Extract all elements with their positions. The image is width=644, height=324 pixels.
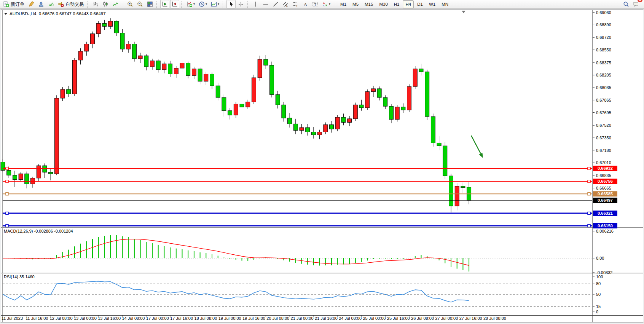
svg-text:0.66756: 0.66756	[598, 179, 613, 184]
vertical-line-button[interactable]	[251, 0, 260, 8]
svg-text:11 Jul 16:00: 11 Jul 16:00	[26, 316, 48, 321]
periods-button[interactable]: ▾	[197, 0, 209, 8]
line-handle[interactable]	[588, 193, 590, 195]
zoom-out-button[interactable]	[135, 0, 145, 8]
trendline-icon	[273, 1, 279, 7]
candle	[461, 186, 465, 188]
candle	[168, 64, 172, 74]
svg-text:21 Jul 00:00: 21 Jul 00:00	[291, 316, 314, 321]
svg-text:0.68890: 0.68890	[596, 22, 611, 27]
channel-button[interactable]: E	[281, 0, 290, 8]
candle	[180, 63, 184, 68]
svg-text:A: A	[304, 2, 308, 7]
svg-text:0.67865: 0.67865	[596, 98, 611, 102]
candle	[330, 124, 334, 129]
text-button[interactable]: A	[301, 0, 310, 8]
horizontal-line-button[interactable]	[261, 0, 270, 8]
trendline-button[interactable]	[271, 0, 280, 8]
bar-chart-button[interactable]	[91, 0, 100, 8]
timeframe-button-m30[interactable]: M30	[376, 0, 390, 8]
line-handle[interactable]	[6, 224, 8, 227]
candle	[425, 72, 429, 117]
timeframe-button-m1[interactable]: M1	[338, 0, 349, 8]
line-handle[interactable]	[6, 167, 8, 170]
zoom-out-icon	[137, 1, 143, 7]
search-button[interactable]	[622, 0, 631, 8]
svg-text:19 Jul 00:00: 19 Jul 00:00	[218, 316, 241, 321]
candle	[293, 124, 298, 130]
indicators-button[interactable]: ▾	[185, 0, 196, 8]
toolbar-separator	[223, 1, 225, 8]
arrows-button[interactable]: ▾	[320, 0, 332, 8]
new-order-button[interactable]: 新订单	[2, 0, 26, 8]
search-icon	[623, 1, 629, 7]
chart-title: AUDUSD-,H4 0.66676 0.66747 0.66443 0.664…	[4, 11, 106, 16]
svg-text:19 Jul 16:00: 19 Jul 16:00	[242, 316, 265, 321]
line-handle[interactable]	[588, 212, 590, 215]
new-order-icon	[3, 1, 9, 7]
tile-windows-button[interactable]	[145, 0, 155, 8]
auto-scroll-button[interactable]	[160, 0, 169, 8]
chart-menu-arrow-icon[interactable]	[4, 13, 7, 15]
candle	[43, 166, 47, 172]
line-handle[interactable]	[588, 224, 590, 227]
signals-button[interactable]	[46, 0, 56, 8]
svg-text:0.66150: 0.66150	[598, 223, 613, 228]
line-handle[interactable]	[6, 180, 8, 183]
timeframe-button-w1[interactable]: W1	[426, 0, 438, 8]
price-chart[interactable]: 0.690600.688900.687200.685500.683750.682…	[0, 0, 644, 324]
svg-text:24 Jul 08:00: 24 Jul 08:00	[339, 316, 362, 321]
timeframe-button-d1[interactable]: D1	[414, 0, 426, 8]
timeframe-button-m15[interactable]: M15	[362, 0, 376, 8]
candle	[228, 111, 232, 115]
chat-button[interactable]: 1	[631, 0, 641, 8]
cursor-icon	[228, 1, 234, 7]
candle	[102, 24, 107, 27]
svg-text:0.67180: 0.67180	[596, 148, 611, 153]
fibo-icon: F	[292, 1, 298, 7]
timeframe-button-m5[interactable]: M5	[350, 0, 361, 8]
svg-text:17 Jul 00:00: 17 Jul 00:00	[146, 316, 169, 321]
candle	[7, 171, 11, 176]
timeframe-button-mn[interactable]: MN	[439, 0, 451, 8]
candle	[198, 69, 202, 81]
zoom-in-button[interactable]	[126, 0, 135, 8]
line-handle[interactable]	[588, 180, 590, 183]
timeframe-button-h4[interactable]: H4	[403, 0, 414, 8]
templates-button[interactable]: ▾	[209, 0, 221, 8]
crosshair-button[interactable]	[236, 0, 245, 8]
text-label-icon: T	[312, 1, 318, 7]
line-chart-button[interactable]	[111, 0, 120, 8]
candle	[401, 107, 405, 110]
timeframe-button-h1[interactable]: H1	[391, 0, 402, 8]
svg-text:28 Jul 08:00: 28 Jul 08:00	[483, 316, 506, 321]
line-handle[interactable]	[588, 167, 590, 170]
profile-button[interactable]	[37, 0, 46, 8]
svg-text:0.66665: 0.66665	[596, 186, 611, 190]
toolbar-separator	[334, 1, 336, 8]
candle	[288, 118, 292, 124]
svg-text:12 Jul 08:00: 12 Jul 08:00	[50, 316, 73, 321]
candle	[37, 166, 41, 178]
candle	[1, 162, 5, 170]
chart-shift-button[interactable]	[170, 0, 179, 8]
chevron-down-icon: ▾	[193, 3, 195, 6]
candlestick-button[interactable]	[101, 0, 110, 8]
text-label-button[interactable]: T	[311, 0, 320, 8]
candle	[61, 89, 65, 98]
candle	[246, 102, 250, 107]
cursor-button[interactable]	[226, 0, 236, 8]
line-handle[interactable]	[6, 212, 8, 215]
fibonacci-button[interactable]: F	[291, 0, 300, 8]
svg-text:0.68035: 0.68035	[596, 85, 611, 90]
candle	[126, 44, 131, 49]
candle	[335, 117, 340, 129]
signal-icon	[48, 1, 54, 7]
styles-button[interactable]	[27, 0, 36, 8]
svg-text:27 Jul 16:00: 27 Jul 16:00	[459, 316, 482, 321]
candle	[348, 119, 352, 123]
autotrading-button[interactable]: 自动交易	[56, 0, 85, 8]
svg-text:11 Jul 2023: 11 Jul 2023	[2, 316, 23, 321]
auto-scroll-icon	[162, 1, 168, 7]
line-handle[interactable]	[6, 193, 8, 195]
